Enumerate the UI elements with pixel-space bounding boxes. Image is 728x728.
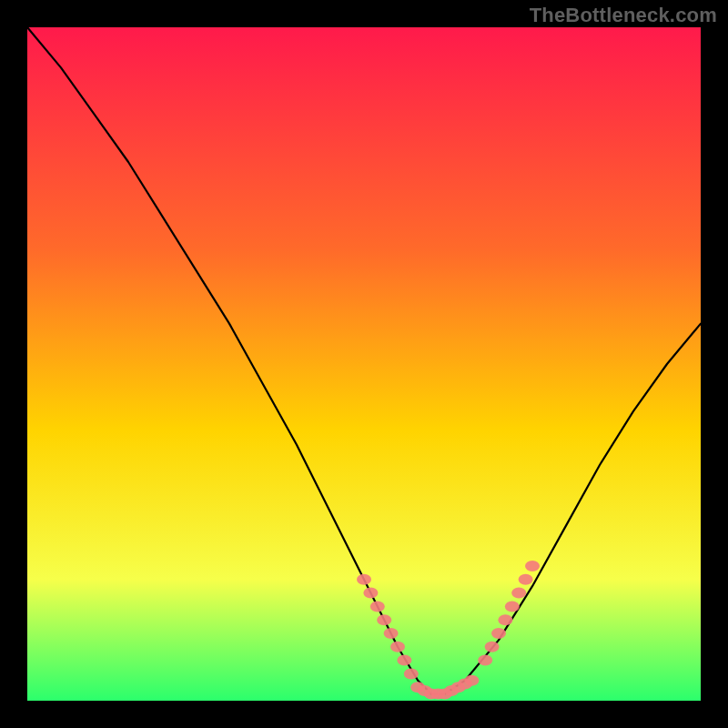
left-limb-dots-dot [397,655,411,666]
right-limb-dots-dot [498,614,512,625]
plot-background [27,27,701,701]
left-limb-dots-dot [390,642,405,652]
right-limb-dots-dot [511,588,526,599]
right-limb-dots-dot [485,642,500,652]
watermark-text: TheBottleneck.com [530,4,717,27]
left-limb-dots-dot [357,574,371,585]
valley-dots-dot [464,675,479,686]
right-limb-dots-dot [491,628,506,639]
left-limb-dots-dot [377,614,391,625]
left-limb-dots-dot [370,601,385,612]
chart-svg [0,0,728,728]
left-limb-dots-dot [384,628,399,639]
right-limb-dots-dot [478,655,492,666]
chart-root: TheBottleneck.com [0,0,728,728]
left-limb-dots-dot [363,588,378,599]
left-limb-dots-dot [404,668,419,679]
right-limb-dots-dot [519,574,533,585]
right-limb-dots-dot [525,561,540,571]
right-limb-dots-dot [505,601,520,612]
